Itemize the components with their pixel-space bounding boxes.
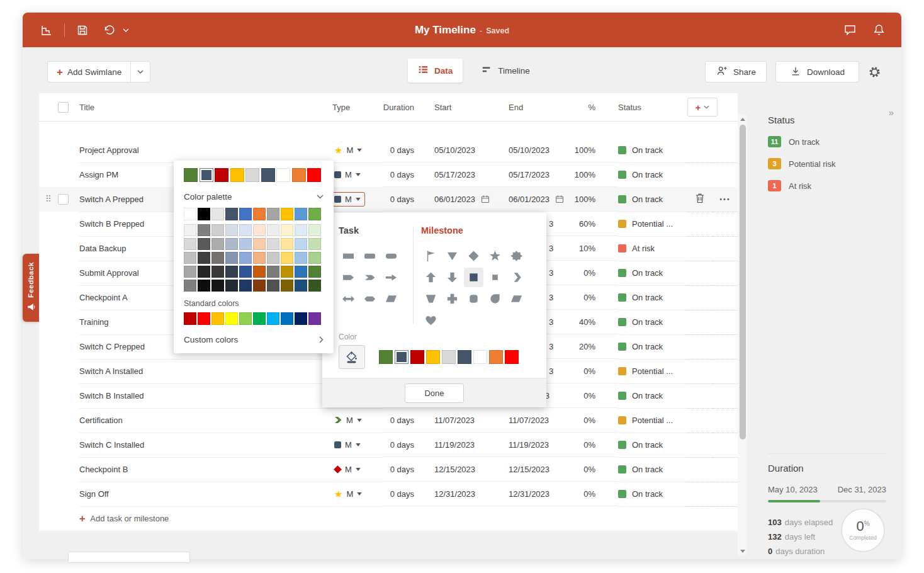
partial-bottom-button[interactable] <box>68 552 190 563</box>
theme-color-swatch[interactable] <box>211 238 224 251</box>
color-swatch[interactable] <box>230 168 244 182</box>
theme-color-swatch[interactable] <box>184 224 196 237</box>
theme-color-swatch[interactable] <box>295 266 307 278</box>
end-date-cell[interactable]: 12/31/2023 <box>506 482 580 506</box>
theme-color-swatch[interactable] <box>184 252 196 264</box>
color-swatch[interactable] <box>215 168 228 182</box>
theme-color-swatch[interactable] <box>281 224 293 237</box>
end-date-cell[interactable]: 11/07/2023 <box>506 408 580 433</box>
undo-icon[interactable] <box>100 21 118 39</box>
theme-color-swatch[interactable] <box>239 280 252 292</box>
theme-color-swatch[interactable] <box>211 280 224 292</box>
shape-diamond[interactable] <box>464 246 483 266</box>
task-type-cell[interactable]: M <box>327 187 383 212</box>
shape-arrow-right[interactable] <box>381 268 401 287</box>
start-date-cell[interactable]: 05/10/2023 <box>432 138 506 162</box>
theme-color-swatch[interactable] <box>225 224 238 237</box>
color-swatch[interactable] <box>245 168 259 182</box>
theme-color-swatch[interactable] <box>295 252 307 264</box>
shape-color-swatch[interactable] <box>426 350 440 364</box>
calendar-icon[interactable] <box>481 195 490 203</box>
shape-seal[interactable] <box>507 246 526 266</box>
theme-color-swatch[interactable] <box>281 280 293 292</box>
shape-pill[interactable] <box>381 246 401 266</box>
task-type-cell[interactable]: M <box>327 408 383 433</box>
tab-data[interactable]: Data <box>408 59 463 82</box>
theme-color-swatch[interactable] <box>281 266 293 278</box>
theme-color-swatch[interactable] <box>253 252 266 264</box>
percent-cell[interactable]: 40% <box>580 310 618 334</box>
duration-cell[interactable]: 0 days <box>383 408 432 433</box>
theme-color-swatch[interactable] <box>239 208 252 220</box>
task-title-cell[interactable]: Sign Off <box>79 482 327 507</box>
task-title-cell[interactable]: Certification <box>79 408 327 433</box>
task-title-cell[interactable]: Checkpoint B <box>79 457 327 482</box>
theme-color-swatch[interactable] <box>267 224 279 237</box>
theme-color-swatch[interactable] <box>184 208 196 220</box>
percent-cell[interactable]: 0% <box>580 383 618 408</box>
status-cell[interactable]: On track <box>618 482 687 507</box>
theme-color-swatch[interactable] <box>308 238 321 251</box>
shape-color-swatch[interactable] <box>489 350 503 364</box>
status-cell[interactable]: On track <box>618 457 687 482</box>
status-cell[interactable]: On track <box>618 310 687 335</box>
shape-parallelogram[interactable] <box>507 289 526 309</box>
shape-square[interactable] <box>464 268 483 287</box>
start-date-cell[interactable]: 06/01/2023 <box>432 187 506 212</box>
theme-color-swatch[interactable] <box>198 208 210 220</box>
comments-icon[interactable] <box>841 21 859 39</box>
task-type-cell[interactable]: ★M <box>327 138 383 163</box>
task-tab[interactable]: Task <box>339 225 410 235</box>
theme-color-swatch[interactable] <box>211 266 224 278</box>
percent-cell[interactable]: 0% <box>580 359 618 383</box>
calendar-icon[interactable] <box>555 195 564 203</box>
drag-handle-icon[interactable]: ⠿ <box>45 194 52 204</box>
percent-cell[interactable]: 100% <box>580 187 618 212</box>
standard-color-swatch[interactable] <box>184 312 196 325</box>
percent-cell[interactable]: 100% <box>580 138 618 162</box>
end-date-cell[interactable]: 12/15/2023 <box>506 457 580 482</box>
duration-cell[interactable]: 0 days <box>383 187 432 212</box>
shape-parallelogram[interactable] <box>381 289 401 309</box>
theme-color-swatch[interactable] <box>281 208 293 220</box>
notifications-bell-icon[interactable] <box>870 21 887 39</box>
add-column-button[interactable]: + <box>687 98 718 116</box>
theme-color-swatch[interactable] <box>198 266 210 278</box>
theme-color-swatch[interactable] <box>308 252 321 264</box>
color-swatch[interactable] <box>276 168 290 182</box>
shape-color-swatch[interactable] <box>442 350 456 364</box>
theme-color-swatch[interactable] <box>239 252 252 264</box>
collapse-sidebar-icon[interactable]: » <box>889 107 894 118</box>
start-date-cell[interactable]: 11/19/2023 <box>432 433 506 457</box>
status-cell[interactable]: On track <box>618 285 687 310</box>
add-swimlane-button[interactable]: +Add Swimlane <box>47 61 150 82</box>
duration-cell[interactable]: 0 days <box>383 433 432 457</box>
duration-cell[interactable]: 0 days <box>383 138 432 162</box>
shape-double-arrow[interactable] <box>339 289 358 309</box>
type-selector[interactable]: M <box>330 413 366 428</box>
select-all-checkbox[interactable] <box>58 102 69 113</box>
color-swatch[interactable] <box>184 168 198 182</box>
duration-cell[interactable]: 0 days <box>383 457 432 482</box>
duration-cell[interactable]: 0 days <box>383 162 432 187</box>
percent-cell[interactable]: 20% <box>580 334 618 359</box>
theme-color-swatch[interactable] <box>267 238 279 251</box>
theme-color-swatch[interactable] <box>253 238 266 251</box>
task-title-cell[interactable]: Switch A Installed <box>79 359 327 384</box>
theme-color-swatch[interactable] <box>184 238 196 251</box>
status-cell[interactable]: On track <box>618 187 687 212</box>
status-cell[interactable]: On track <box>618 383 687 409</box>
start-date-cell[interactable]: 05/17/2023 <box>432 162 506 187</box>
custom-colors-item[interactable]: Custom colors <box>184 335 324 344</box>
more-options-icon[interactable]: ••• <box>719 195 731 203</box>
theme-color-swatch[interactable] <box>295 238 307 251</box>
save-icon[interactable] <box>74 21 91 39</box>
shape-arrow-up[interactable] <box>421 268 441 287</box>
theme-color-swatch[interactable] <box>239 224 252 237</box>
theme-color-swatch[interactable] <box>211 224 224 237</box>
type-selector[interactable]: ★M <box>330 487 366 501</box>
standard-color-swatch[interactable] <box>267 312 279 325</box>
milestone-tab[interactable]: Milestone <box>421 225 526 235</box>
start-date-cell[interactable]: 12/31/2023 <box>432 482 506 506</box>
percent-cell[interactable]: 60% <box>580 212 618 236</box>
